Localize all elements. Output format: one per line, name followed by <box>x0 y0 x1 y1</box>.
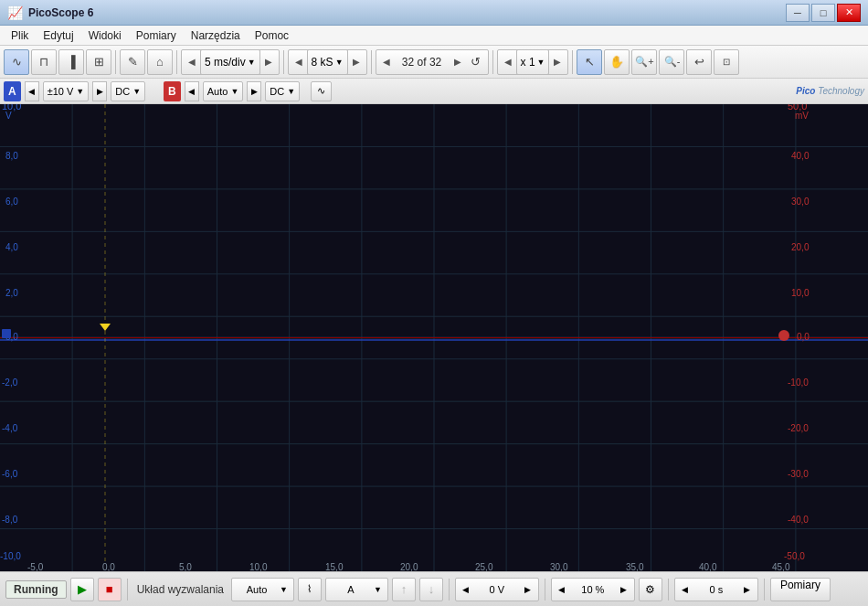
toolbar-sep-4 <box>371 50 372 74</box>
channel-b-next[interactable]: ▶ <box>247 81 261 101</box>
zoom-fit-button[interactable]: ↩ <box>686 49 712 75</box>
zoom-value: x 1 <box>521 56 535 69</box>
channel-b-coupling[interactable]: DC ▼ <box>265 81 300 101</box>
samples-dropdown[interactable]: 8 kS ▼ <box>307 49 348 75</box>
menubar: Plik Edytuj Widoki Pomiary Narzędzia Pom… <box>0 26 868 46</box>
samples-prev-button[interactable]: ◀ <box>291 51 307 73</box>
samples-next-button[interactable]: ▶ <box>348 51 365 73</box>
play-button[interactable]: ▶ <box>70 578 94 601</box>
signal-bar-button[interactable]: ▐ <box>58 49 84 75</box>
svg-text:30,0: 30,0 <box>791 197 810 207</box>
time-trigger-value: 0 s <box>693 584 739 595</box>
svg-text:-5,0: -5,0 <box>27 562 44 571</box>
svg-text:5,0: 5,0 <box>179 562 192 571</box>
trigger-type-button[interactable]: ⌇ <box>298 578 322 601</box>
voltage-trigger-next[interactable]: ▶ <box>520 579 536 600</box>
time-trigger-next[interactable]: ▶ <box>739 579 756 600</box>
timebase-prev-button[interactable]: ◀ <box>184 51 200 73</box>
svg-text:8,0: 8,0 <box>5 151 18 161</box>
svg-text:10,0: 10,0 <box>249 562 268 571</box>
channel-a-coupling[interactable]: DC ▼ <box>111 81 145 101</box>
toolbar: ∿ ⊓ ▐ ⊞ ✎ ⌂ ◀ 5 ms/div ▼ ▶ ◀ 8 kS ▼ ▶ ◀ … <box>0 46 868 79</box>
timebase-next-button[interactable]: ▶ <box>260 51 277 73</box>
timebase-dropdown[interactable]: 5 ms/div ▼ <box>200 49 260 75</box>
status-div-4 <box>668 579 669 601</box>
math-channel-button[interactable]: ∿ <box>311 81 332 101</box>
status-div-5 <box>764 579 765 601</box>
signal-bar2-button[interactable]: ⊞ <box>86 49 111 75</box>
trigger-channel-arrow: ▼ <box>374 585 386 594</box>
svg-text:-6,0: -6,0 <box>2 469 18 479</box>
captures-value: 32 of 32 <box>395 56 450 69</box>
toolbar-sep-6 <box>572 50 573 74</box>
titlebar: 📈 PicoScope 6 ─ □ ✕ <box>0 0 868 26</box>
signal-sine-button[interactable]: ∿ <box>4 49 29 75</box>
channel-a-prev[interactable]: ◀ <box>25 81 39 101</box>
svg-text:-10,0: -10,0 <box>788 377 809 388</box>
scope-button[interactable]: ⊡ <box>714 49 739 75</box>
captures-refresh-button[interactable]: ↺ <box>466 52 486 72</box>
menu-help[interactable]: Pomoc <box>248 27 296 44</box>
svg-point-63 <box>778 330 789 341</box>
trigger-icon-2[interactable]: ↓ <box>419 578 443 601</box>
channel-a-voltage[interactable]: ±10 V ▼ <box>43 81 90 101</box>
cursor-button[interactable]: ✎ <box>120 49 145 75</box>
channel-a-label: A <box>4 81 21 101</box>
svg-text:25,0: 25,0 <box>475 562 493 571</box>
menu-views[interactable]: Widoki <box>81 27 129 44</box>
menu-measurements[interactable]: Pomiary <box>129 27 184 44</box>
timebase-arrow: ▼ <box>248 58 256 67</box>
menu-edit[interactable]: Edytuj <box>36 27 80 44</box>
menu-tools[interactable]: Narzędzia <box>184 27 248 44</box>
zoom-next-button[interactable]: ▶ <box>549 51 566 73</box>
svg-rect-62 <box>2 329 11 338</box>
percentage-trigger-prev[interactable]: ◀ <box>554 579 570 600</box>
trigger-settings-button[interactable]: ⚙ <box>639 578 662 601</box>
running-badge: Running <box>5 580 67 599</box>
channel-b-voltage[interactable]: Auto ▼ <box>203 81 244 101</box>
channel-b-coupling-arrow: ▼ <box>287 87 295 96</box>
zoom-arrow: ▼ <box>537 58 545 67</box>
channel-b-voltage-value: Auto <box>207 86 228 97</box>
percentage-trigger-next[interactable]: ▶ <box>616 579 632 600</box>
pan-tool-button[interactable]: ✋ <box>604 49 630 75</box>
channel-b-voltage-arrow: ▼ <box>230 87 238 96</box>
time-trigger-prev[interactable]: ◀ <box>677 579 693 600</box>
voltage-trigger-prev[interactable]: ◀ <box>458 579 474 600</box>
svg-text:40,0: 40,0 <box>791 151 810 161</box>
channel-a-coupling-value: DC <box>115 86 130 97</box>
minimize-button[interactable]: ─ <box>786 4 810 22</box>
svg-text:-8,0: -8,0 <box>2 515 18 525</box>
svg-text:35,0: 35,0 <box>626 562 644 571</box>
app-icon: 📈 <box>7 5 23 20</box>
menu-file[interactable]: Plik <box>4 27 36 44</box>
status-div-3 <box>545 579 545 601</box>
captures-prev-button[interactable]: ◀ <box>378 51 395 73</box>
zoom-out-button[interactable]: 🔍- <box>659 49 684 75</box>
app-title: PicoScope 6 <box>28 6 786 19</box>
home-button[interactable]: ⌂ <box>147 49 173 75</box>
zoom-dropdown[interactable]: x 1 ▼ <box>516 49 550 75</box>
zoom-group: ◀ x 1 ▼ ▶ <box>497 49 569 75</box>
channel-a-next[interactable]: ▶ <box>92 81 107 101</box>
percentage-trigger-group: ◀ 10 % ▶ <box>551 578 635 601</box>
channel-toolbar: A ◀ ±10 V ▼ ▶ DC ▼ B ◀ Auto ▼ ▶ DC ▼ ∿ P… <box>0 79 868 104</box>
status-div-2 <box>449 579 450 601</box>
measurements-button[interactable]: Pomiary <box>770 578 831 601</box>
trigger-icon-1[interactable]: ↑ <box>392 578 416 601</box>
pointer-tool-button[interactable]: ↖ <box>577 49 602 75</box>
close-button[interactable]: ✕ <box>837 4 861 22</box>
stop-button[interactable]: ■ <box>98 578 122 601</box>
captures-next-button[interactable]: ▶ <box>450 51 466 73</box>
trigger-channel-group: A ▼ <box>325 578 388 601</box>
svg-text:-30,0: -30,0 <box>788 469 809 479</box>
scope-canvas[interactable]: 10,0 V 8,0 6,0 4,0 2,0 0,0 -2,0 -4,0 -6,… <box>0 104 868 571</box>
pico-logo: Pico Technology <box>796 86 864 96</box>
maximize-button[interactable]: □ <box>811 4 835 22</box>
channel-b-prev[interactable]: ◀ <box>185 81 199 101</box>
samples-arrow: ▼ <box>335 58 344 67</box>
zoom-in-button[interactable]: 🔍+ <box>631 49 657 75</box>
scope-grid: 10,0 V 8,0 6,0 4,0 2,0 0,0 -2,0 -4,0 -6,… <box>0 104 868 571</box>
zoom-prev-button[interactable]: ◀ <box>500 51 516 73</box>
signal-square-button[interactable]: ⊓ <box>31 49 57 75</box>
